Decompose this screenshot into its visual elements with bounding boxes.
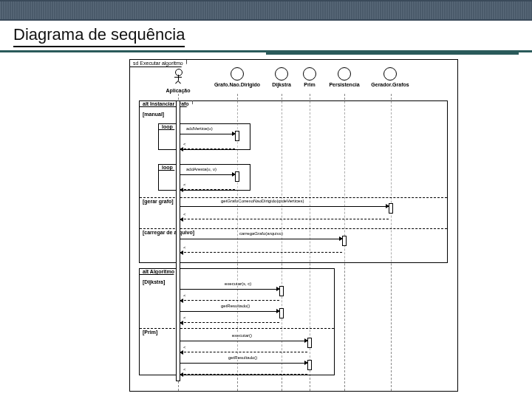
alt2-separator <box>140 328 334 329</box>
participant-prim: Prim <box>299 67 321 87</box>
title-container: Diagrama de sequência <box>0 21 532 52</box>
msg-executar-dij: executar(s, c) <box>180 289 279 290</box>
msg-getres-prim: getResultado() <box>180 363 307 364</box>
msg-getres-dij: getResultado() <box>180 311 279 312</box>
msg-carrega: carregaGrafo(arquivo) <box>180 239 342 239</box>
frame-label: sd Executar algoritmo <box>129 59 187 67</box>
actor-label: Aplicação <box>160 88 197 93</box>
activation-actor <box>176 100 180 381</box>
activation-dij-2 <box>279 308 284 318</box>
activation-prim-2 <box>307 360 312 370</box>
accent-line <box>266 52 519 55</box>
activation-persistencia <box>342 236 347 246</box>
return-getres-dij: < <box>180 322 279 323</box>
activation-prim-1 <box>307 338 312 348</box>
return-getgrafo: < <box>180 219 389 219</box>
sequence-diagram: sd Executar algoritmo Aplicação Grafo.Na… <box>129 59 458 392</box>
return-addaresta: < <box>180 189 235 190</box>
return-addvertice: < <box>180 149 235 149</box>
participant-gerador: Gerador.Grafos <box>368 67 412 87</box>
return-carrega: < <box>180 252 342 253</box>
msg-getgrafo: getGrafoConexoNaoDirigido(qtdeVertices) <box>180 206 389 207</box>
return-executar-prim: < <box>180 352 307 352</box>
participant-dijkstra: Dijkstra <box>267 67 296 87</box>
activation-dij-1 <box>279 286 284 296</box>
page-title: Diagrama de sequência <box>13 25 185 47</box>
return-executar-dij: < <box>180 300 279 301</box>
participant-persistencia: Persistencia <box>322 67 366 87</box>
alt-separator-1 <box>140 197 447 198</box>
activation-grafo-1 <box>235 131 239 141</box>
msg-addvertice: addVertice(u) <box>180 134 235 134</box>
activation-gerador <box>389 203 393 214</box>
msg-addaresta: addAresta(u, v) <box>180 174 235 175</box>
slide-topbar <box>0 0 532 21</box>
msg-executar-prim: executar() <box>180 341 307 341</box>
return-getres-prim: < <box>180 374 307 375</box>
actor-aplicacao: Aplicação <box>160 69 197 93</box>
participant-grafo: Grafo.Nao.Dirigido <box>211 67 263 87</box>
activation-grafo-2 <box>235 171 239 182</box>
alt-separator-2 <box>140 228 447 229</box>
